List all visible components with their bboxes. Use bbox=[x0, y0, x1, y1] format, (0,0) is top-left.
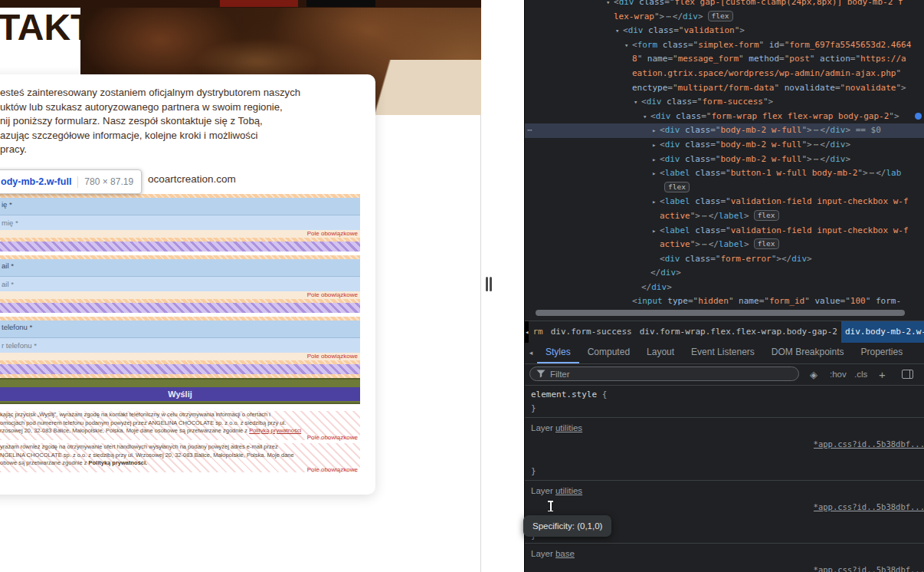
tab-properties[interactable]: Properties bbox=[853, 342, 912, 363]
collapse-arrow-icon[interactable]: ▾ bbox=[615, 24, 623, 38]
expand-arrow-icon[interactable]: ▸ bbox=[652, 195, 660, 209]
collapsed-content-dots-icon[interactable]: ⋯ bbox=[812, 140, 821, 150]
markup-line[interactable]: ▸<label class="button-1 w-full body-mb-2… bbox=[525, 166, 924, 181]
stylesheet-source-link[interactable]: *app.css?id..5b38dbf... bbox=[814, 563, 924, 572]
collapse-arrow-icon[interactable]: ▾ bbox=[606, 0, 614, 10]
email-text[interactable]: ocoartcreation.com bbox=[148, 173, 236, 185]
code-token: label bbox=[665, 168, 690, 178]
collapsed-content-dots-icon[interactable]: ⋯ bbox=[812, 154, 821, 164]
css-rule[interactable]: .body-mb-2 { *app.css?id..5b38dbf... bbox=[525, 500, 924, 514]
markup-line[interactable]: ▾<div class="form-success"> bbox=[525, 95, 924, 110]
tab-styles[interactable]: Styles bbox=[537, 342, 579, 363]
tab-computed[interactable]: Computed bbox=[579, 342, 638, 363]
tab-layout[interactable]: Layout bbox=[638, 342, 683, 363]
markup-line[interactable]: ▾<form class="simplex-form" id="form_697… bbox=[525, 38, 924, 53]
markup-line[interactable]: active">⋯</label>flex bbox=[525, 238, 924, 252]
collapsed-content-dots-icon[interactable]: ⋯ bbox=[812, 125, 821, 135]
consent-checkbox-label[interactable]: kając przycisk „Wyślij”, wyrażam zgodę n… bbox=[0, 411, 360, 440]
flex-badge[interactable]: flex bbox=[708, 11, 733, 21]
breadcrumb-item[interactable]: div.body-mb-2.w-f bbox=[841, 321, 924, 343]
code-token: input bbox=[637, 296, 663, 306]
markup-line[interactable]: ▸<div class="body-mb-2 w-full">⋯</div> bbox=[525, 153, 924, 167]
markup-line[interactable]: </div> bbox=[525, 281, 924, 295]
code-token: button-1 w-full body-mb-2 bbox=[731, 168, 858, 178]
breadcrumb-item[interactable]: rm bbox=[529, 321, 546, 343]
new-style-rule-button[interactable]: + bbox=[879, 363, 886, 385]
sidebar-layout-toggle-icon[interactable] bbox=[902, 363, 913, 385]
tab-dom-breakpoints[interactable]: DOM Breakpoints bbox=[763, 342, 853, 363]
markup-line[interactable]: <div class="form-error"></div> bbox=[525, 252, 924, 267]
collapse-arrow-icon[interactable]: ▾ bbox=[624, 38, 632, 53]
markup-line[interactable]: ▾<div class="flex gap-[custom-clamp(24px… bbox=[525, 0, 924, 10]
collapse-arrow-icon[interactable]: ▾ bbox=[634, 95, 641, 110]
code-token: class bbox=[671, 111, 702, 121]
collapsed-content-dots-icon[interactable]: ⋯ bbox=[868, 168, 876, 178]
flex-badge[interactable]: flex bbox=[754, 210, 779, 221]
expand-arrow-icon[interactable]: ▸ bbox=[652, 123, 660, 138]
flex-badge[interactable]: flex bbox=[664, 182, 690, 192]
code-token: "> bbox=[654, 12, 664, 21]
line-menu-dots-icon[interactable]: ⋯ bbox=[527, 123, 532, 138]
required-error: Pole obowiązkowe bbox=[307, 291, 358, 298]
css-declaration[interactable]: width: 100%; bbox=[542, 451, 924, 465]
button-padding-overlay: Wyślij bbox=[0, 378, 360, 404]
css-rule[interactable]: *, ::backdrop, ::after, ::before { *app.… bbox=[525, 563, 924, 572]
element-style-rule[interactable]: element.style { bbox=[531, 388, 924, 402]
code-token: lab bbox=[886, 168, 901, 178]
css-rule[interactable]: .w-full { *app.css?id..5b38dbf... bbox=[525, 437, 924, 451]
markup-line[interactable]: flex bbox=[525, 181, 924, 196]
tab-scroll-left-icon[interactable]: ◂ bbox=[525, 342, 537, 363]
code-token: body-mb-2 w-full bbox=[721, 140, 802, 150]
markup-line[interactable]: ▾<div class="form-wrap flex flex-wrap bo… bbox=[525, 110, 924, 124]
code-token: post bbox=[789, 54, 810, 64]
rule-divider bbox=[525, 480, 924, 481]
markup-line[interactable]: ▸<div class="body-mb-2 w-full">⋯</div> bbox=[525, 138, 924, 153]
text-input[interactable]: ail * bbox=[0, 276, 360, 292]
header-button-dark[interactable] bbox=[306, 0, 375, 7]
markup-line[interactable]: <input type="hidden" name="form_id" valu… bbox=[525, 294, 924, 309]
resize-handle-icon[interactable] bbox=[490, 277, 492, 291]
breadcrumb-item[interactable]: div.form-success bbox=[547, 321, 636, 343]
markup-line[interactable]: ▸<label class="validation-field input-ch… bbox=[525, 195, 924, 209]
markup-line[interactable]: 8" name="message_form" method="post" act… bbox=[525, 52, 924, 67]
collapse-arrow-icon[interactable]: ▾ bbox=[643, 110, 650, 124]
privacy-policy-link[interactable]: Polityką prywatności bbox=[249, 427, 301, 434]
expand-arrow-icon[interactable]: ▸ bbox=[652, 224, 660, 238]
flex-badge[interactable]: flex bbox=[754, 238, 779, 249]
markup-line[interactable]: eation.gtrix.space/wordpress/wp-admin/ad… bbox=[525, 67, 924, 81]
markup-line[interactable]: ⋯▸<div class="body-mb-2 w-full">⋯</div> … bbox=[525, 123, 924, 138]
layer-link[interactable]: utilities bbox=[555, 486, 582, 495]
layer-link[interactable]: utilities bbox=[555, 423, 582, 432]
expand-arrow-icon[interactable]: ▸ bbox=[652, 138, 660, 153]
css-layers-icon[interactable]: ◈ bbox=[810, 363, 818, 385]
horizontal-scrollbar[interactable] bbox=[536, 310, 905, 316]
submit-button[interactable]: Wyślij bbox=[0, 387, 360, 401]
stylesheet-source-link[interactable]: *app.css?id..5b38dbf... bbox=[814, 500, 924, 514]
markup-line[interactable]: ▸<label class="validation-field input-ch… bbox=[525, 224, 924, 238]
collapsed-content-dots-icon[interactable]: ⋯ bbox=[700, 211, 709, 221]
expand-arrow-icon[interactable]: ▸ bbox=[652, 153, 660, 167]
consent-checkbox-label[interactable]: yrażam również zgodę na otrzymywanie ofe… bbox=[0, 443, 360, 472]
privacy-policy-link[interactable]: Polityką prywatności. bbox=[89, 459, 148, 466]
flex-overlay-indicator-dot[interactable] bbox=[915, 113, 922, 120]
header-button-maroon[interactable] bbox=[220, 0, 298, 7]
stylesheet-source-link[interactable]: *app.css?id..5b38dbf... bbox=[814, 437, 924, 451]
toggle-element-state-button[interactable]: :hov bbox=[830, 363, 847, 385]
resize-handle-icon[interactable] bbox=[486, 277, 488, 291]
toggle-classes-button[interactable]: .cls bbox=[854, 363, 867, 385]
text-input[interactable]: r telefonu * bbox=[0, 337, 360, 353]
markup-line[interactable]: ▾<div class="validation"> bbox=[525, 24, 924, 38]
tab-event-listeners[interactable]: Event Listeners bbox=[683, 342, 763, 363]
expand-arrow-icon[interactable]: ▸ bbox=[652, 166, 660, 181]
text-input[interactable]: mię * bbox=[0, 215, 360, 231]
collapsed-content-dots-icon[interactable]: ⋯ bbox=[664, 12, 673, 21]
layer-link[interactable]: base bbox=[555, 549, 575, 558]
cls-label: .cls bbox=[854, 370, 867, 379]
breadcrumb-item[interactable]: div.form-wrap.flex.flex-wrap.body-gap-2 bbox=[636, 321, 841, 343]
collapsed-content-dots-icon[interactable]: ⋯ bbox=[700, 239, 709, 249]
markup-line[interactable]: enctype="multipart/form-data" novalidate… bbox=[525, 81, 924, 96]
markup-line[interactable]: </div> bbox=[525, 266, 924, 281]
markup-line[interactable]: lex-wrap">⋯</div>flex bbox=[525, 10, 924, 25]
styles-filter-input[interactable]: Filter bbox=[529, 367, 799, 381]
markup-line[interactable]: active">⋯</label>flex bbox=[525, 209, 924, 224]
